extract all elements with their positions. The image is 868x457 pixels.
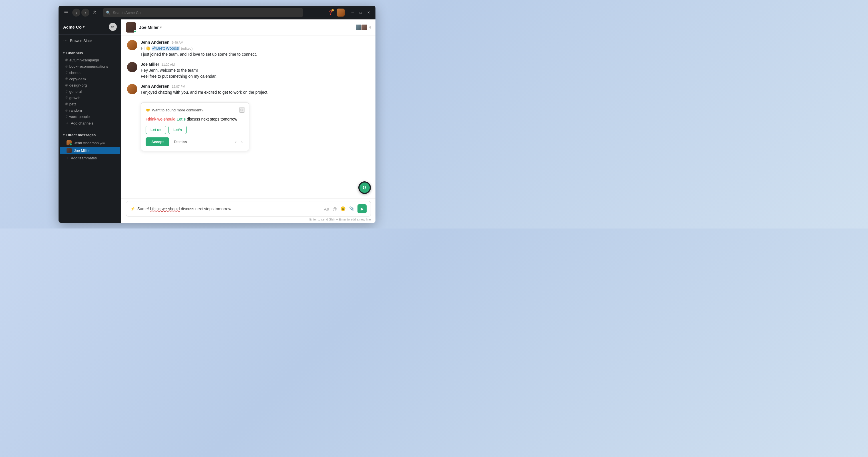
msg-text-1: Hi 👋 @Brett Woods! (edited) [141,45,370,52]
hash-icon: # [65,89,68,94]
input-hint: Enter to send Shift + Enter to add a new… [126,216,371,222]
msg-header-3: Jenn Andersen 12:07 PM [141,84,370,89]
minimize-button[interactable]: ─ [349,9,356,16]
participant-avatar-2 [361,24,368,31]
channel-copy-desk[interactable]: # copy-desk [59,76,121,82]
gram-option-lets[interactable]: Let's [168,126,187,134]
dm-jenn-anderson[interactable]: Jenn Anderson you [60,139,120,147]
jenn-msg-avatar-2 [127,84,137,94]
add-channels-item[interactable]: ＋ Add channels [59,120,121,126]
dm-header[interactable]: ▾ Direct messages [59,131,121,139]
workspace-name[interactable]: Acme Co ▾ [63,25,85,29]
msg-author-2: Joe Miller [141,62,159,66]
input-area: ⚡ Same! I think we should discuss next s… [121,199,375,223]
nav-buttons: ‹ › ⏱ [72,8,98,17]
channel-autumn-campaign[interactable]: # autumn-campaign [59,57,121,63]
hash-icon: # [65,83,68,87]
gram-option-buttons: Let us Let's [146,126,244,134]
channel-growth[interactable]: # growth [59,95,121,101]
app-window: ☰ ‹ › ⏱ 🔍 ❓ ─ □ ✕ [59,6,375,223]
search-input[interactable] [113,10,300,15]
participant-count: 4 [369,25,371,29]
message-content-2: Joe Miller 11:20 AM Hey Jenn, welcome to… [141,62,370,80]
channels-header[interactable]: ▾ Channels [59,49,121,57]
msg-time-1: 9:49 AM [172,41,183,44]
compose-button[interactable]: ✏ [109,23,117,31]
emoji-button[interactable]: 🙂 [340,206,346,212]
chat-header: Joe Miller ▾ 4 [121,20,375,35]
workspace-chevron-icon: ▾ [83,25,85,29]
gram-settings-button[interactable]: ⚙ [240,107,244,113]
channel-general[interactable]: # general [59,88,121,95]
maximize-button[interactable]: □ [357,9,364,16]
attach-button[interactable]: 📎 [349,206,355,212]
plus-icon: ＋ [65,121,69,126]
titlebar-right: ❓ ─ □ ✕ [327,8,372,17]
lightning-icon: ⚡ [130,207,135,211]
hash-icon: # [65,108,68,113]
main-layout: Acme Co ▾ ✏ ⋯ Browse Slack ▾ Channels # [59,20,375,223]
msg-author-1: Jenn Andersen [141,40,169,44]
gram-prev-button[interactable]: ‹ [233,138,238,146]
help-button[interactable]: ❓ [327,8,334,17]
dm-joe-miller[interactable]: Joe Miller [60,147,120,154]
gram-footer: Accept Dismiss ‹ › [146,138,244,146]
message-input[interactable]: Same! I think we should discuss next ste… [137,207,318,211]
hash-icon: # [65,70,68,75]
mention-brett: @Brett Woods! [152,46,180,51]
chat-recipient-avatar [126,22,136,33]
close-button[interactable]: ✕ [365,9,372,16]
search-bar[interactable]: 🔍 [103,8,303,17]
history-button[interactable]: ⏱ [91,8,98,17]
mention-button[interactable]: @ [332,206,338,212]
channel-design-org[interactable]: # design-org [59,82,121,88]
plus-icon: ＋ [65,155,69,160]
channels-section: ▾ Channels # autumn-campaign # book-reco… [59,47,121,129]
gram-next-button[interactable]: › [240,138,244,146]
titlebar: ☰ ‹ › ⏱ 🔍 ❓ ─ □ ✕ [59,6,375,20]
chat-user-info: Joe Miller ▾ [126,22,162,33]
forward-button[interactable]: › [82,8,89,17]
gram-strike-text: I think we should [146,117,175,121]
message-group-2: Joe Miller 11:20 AM Hey Jenn, welcome to… [127,62,370,80]
gram-suggestion: I think we should Let's discuss next ste… [146,116,244,122]
msg-header-1: Jenn Andersen 9:49 AM [141,40,370,44]
grammarly-popup: 🤝 Want to sound more confident? ⚙ I thin… [141,102,249,151]
channel-book-recommendations[interactable]: # book-recommendations [59,63,121,69]
gram-dismiss-button[interactable]: Dismiss [172,138,189,146]
hash-icon: # [65,95,68,100]
msg-text-1b: I just joined the team, and I'd love to … [141,52,370,57]
channel-petz[interactable]: # petz [59,101,121,107]
msg-text-2b: Feel free to put something on my calenda… [141,73,370,80]
gram-accept-button[interactable]: Accept [146,138,169,146]
gram-nav: ‹ › [233,138,244,146]
joe-msg-avatar [127,62,137,72]
joe-avatar [66,148,72,153]
underlined-suggestion: I think we should [150,207,180,211]
channel-random[interactable]: # random [59,107,121,113]
gram-option-let-us[interactable]: Let us [146,126,166,134]
chat-recipient-name[interactable]: Joe Miller ▾ [139,25,162,30]
grammarly-extension-icon[interactable]: G [358,181,371,194]
msg-header-2: Joe Miller 11:20 AM [141,62,370,66]
add-teammates-item[interactable]: ＋ Add teammates [59,154,121,161]
user-avatar[interactable] [337,8,345,17]
menu-icon[interactable]: ☰ [62,10,70,16]
font-button[interactable]: Aa [323,206,330,212]
msg-time-3: 12:07 PM [172,85,185,88]
browse-slack-item[interactable]: ⋯ Browse Slack [59,37,121,44]
sidebar: Acme Co ▾ ✏ ⋯ Browse Slack ▾ Channels # [59,20,121,223]
jenn-avatar [66,140,72,145]
chat-header-right: 4 [356,24,371,31]
channel-cheers[interactable]: # cheers [59,69,121,76]
chat-area: Joe Miller ▾ 4 [121,20,375,223]
back-button[interactable]: ‹ [72,8,80,17]
channel-word-people[interactable]: # word-people [59,113,121,120]
message-input-box: ⚡ Same! I think we should discuss next s… [126,201,371,216]
hash-icon: # [65,58,68,62]
channels-chevron-icon: ▾ [63,52,65,55]
send-button[interactable]: ▶ [358,204,367,213]
hash-icon: # [65,102,68,106]
hash-icon: # [65,77,68,81]
msg-time-2: 11:20 AM [162,63,175,66]
